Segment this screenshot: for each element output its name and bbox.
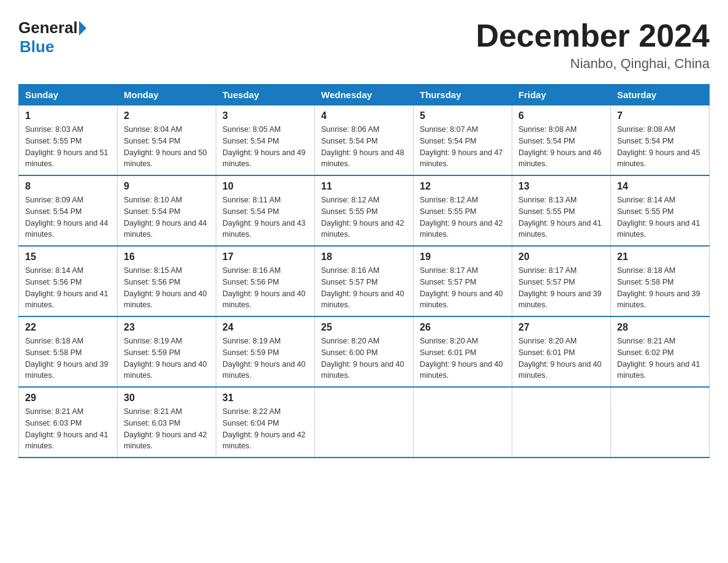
day-info: Sunrise: 8:03 AMSunset: 5:55 PMDaylight:… (25, 125, 108, 168)
day-info: Sunrise: 8:20 AMSunset: 6:01 PMDaylight:… (420, 337, 503, 380)
calendar-cell: 3 Sunrise: 8:05 AMSunset: 5:54 PMDayligh… (216, 105, 315, 176)
day-number: 10 (222, 181, 308, 192)
calendar-week-row: 29 Sunrise: 8:21 AMSunset: 6:03 PMDaylig… (19, 387, 710, 458)
calendar-header-saturday: Saturday (611, 85, 710, 105)
day-info: Sunrise: 8:17 AMSunset: 5:57 PMDaylight:… (518, 266, 602, 309)
day-number: 15 (25, 251, 111, 262)
day-number: 12 (420, 181, 506, 192)
calendar-cell: 23 Sunrise: 8:19 AMSunset: 5:59 PMDaylig… (118, 316, 216, 387)
calendar-cell: 2 Sunrise: 8:04 AMSunset: 5:54 PMDayligh… (118, 105, 216, 176)
day-info: Sunrise: 8:18 AMSunset: 5:58 PMDaylight:… (25, 337, 108, 380)
day-info: Sunrise: 8:12 AMSunset: 5:55 PMDaylight:… (321, 196, 404, 239)
day-number: 20 (518, 251, 604, 262)
calendar-cell (414, 387, 512, 458)
calendar-week-row: 22 Sunrise: 8:18 AMSunset: 5:58 PMDaylig… (19, 316, 710, 387)
day-info: Sunrise: 8:12 AMSunset: 5:55 PMDaylight:… (420, 196, 503, 239)
day-info: Sunrise: 8:19 AMSunset: 5:59 PMDaylight:… (222, 337, 306, 380)
logo-general-text: General (18, 18, 78, 37)
day-info: Sunrise: 8:16 AMSunset: 5:56 PMDaylight:… (222, 266, 306, 309)
calendar-cell: 21 Sunrise: 8:18 AMSunset: 5:58 PMDaylig… (611, 246, 710, 316)
calendar-cell (512, 387, 611, 458)
day-number: 4 (321, 110, 407, 121)
day-number: 2 (124, 110, 210, 121)
calendar-cell: 17 Sunrise: 8:16 AMSunset: 5:56 PMDaylig… (216, 246, 315, 316)
calendar-cell: 22 Sunrise: 8:18 AMSunset: 5:58 PMDaylig… (19, 316, 118, 387)
calendar-cell: 6 Sunrise: 8:08 AMSunset: 5:54 PMDayligh… (512, 105, 611, 176)
day-number: 7 (617, 110, 703, 121)
day-number: 22 (25, 322, 111, 333)
day-number: 11 (321, 181, 407, 192)
calendar-cell: 26 Sunrise: 8:20 AMSunset: 6:01 PMDaylig… (414, 316, 512, 387)
day-info: Sunrise: 8:14 AMSunset: 5:55 PMDaylight:… (617, 196, 700, 239)
calendar-cell: 31 Sunrise: 8:22 AMSunset: 6:04 PMDaylig… (216, 387, 315, 458)
calendar-cell: 10 Sunrise: 8:11 AMSunset: 5:54 PMDaylig… (216, 175, 315, 246)
calendar-header-friday: Friday (512, 85, 611, 105)
calendar-subtitle: Nianbo, Qinghai, China (476, 56, 710, 72)
day-info: Sunrise: 8:22 AMSunset: 6:04 PMDaylight:… (222, 407, 306, 450)
calendar-cell: 12 Sunrise: 8:12 AMSunset: 5:55 PMDaylig… (414, 175, 512, 246)
day-info: Sunrise: 8:19 AMSunset: 5:59 PMDaylight:… (124, 337, 207, 380)
day-number: 31 (222, 393, 308, 404)
day-number: 14 (617, 181, 703, 192)
calendar-header-sunday: Sunday (19, 85, 118, 105)
day-number: 6 (518, 110, 604, 121)
day-info: Sunrise: 8:13 AMSunset: 5:55 PMDaylight:… (518, 196, 602, 239)
calendar-table: SundayMondayTuesdayWednesdayThursdayFrid… (18, 84, 710, 458)
day-number: 13 (518, 181, 604, 192)
calendar-cell: 15 Sunrise: 8:14 AMSunset: 5:56 PMDaylig… (19, 246, 118, 316)
calendar-cell: 20 Sunrise: 8:17 AMSunset: 5:57 PMDaylig… (512, 246, 611, 316)
calendar-header-monday: Monday (118, 85, 216, 105)
calendar-cell: 5 Sunrise: 8:07 AMSunset: 5:54 PMDayligh… (414, 105, 512, 176)
logo-blue-text: Blue (20, 37, 54, 56)
page-header: General Blue December 2024 Nianbo, Qingh… (18, 18, 710, 72)
day-info: Sunrise: 8:17 AMSunset: 5:57 PMDaylight:… (420, 266, 503, 309)
calendar-week-row: 1 Sunrise: 8:03 AMSunset: 5:55 PMDayligh… (19, 105, 710, 176)
day-number: 28 (617, 322, 703, 333)
calendar-cell (611, 387, 710, 458)
calendar-week-row: 15 Sunrise: 8:14 AMSunset: 5:56 PMDaylig… (19, 246, 710, 316)
calendar-cell: 11 Sunrise: 8:12 AMSunset: 5:55 PMDaylig… (315, 175, 414, 246)
day-info: Sunrise: 8:10 AMSunset: 5:54 PMDaylight:… (124, 196, 207, 239)
calendar-header-wednesday: Wednesday (315, 85, 414, 105)
day-info: Sunrise: 8:08 AMSunset: 5:54 PMDaylight:… (518, 125, 602, 168)
calendar-cell: 27 Sunrise: 8:20 AMSunset: 6:01 PMDaylig… (512, 316, 611, 387)
calendar-cell: 18 Sunrise: 8:16 AMSunset: 5:57 PMDaylig… (315, 246, 414, 316)
day-info: Sunrise: 8:06 AMSunset: 5:54 PMDaylight:… (321, 125, 404, 168)
day-number: 18 (321, 251, 407, 262)
day-number: 1 (25, 110, 111, 121)
calendar-cell: 13 Sunrise: 8:13 AMSunset: 5:55 PMDaylig… (512, 175, 611, 246)
logo: General Blue (18, 18, 86, 56)
day-info: Sunrise: 8:21 AMSunset: 6:03 PMDaylight:… (124, 407, 207, 450)
logo-triangle-icon (79, 21, 86, 36)
calendar-header-row: SundayMondayTuesdayWednesdayThursdayFrid… (19, 85, 710, 105)
calendar-cell: 7 Sunrise: 8:08 AMSunset: 5:54 PMDayligh… (611, 105, 710, 176)
day-number: 8 (25, 181, 111, 192)
day-number: 30 (124, 393, 210, 404)
title-area: December 2024 Nianbo, Qinghai, China (476, 18, 710, 72)
day-number: 27 (518, 322, 604, 333)
day-info: Sunrise: 8:07 AMSunset: 5:54 PMDaylight:… (420, 125, 503, 168)
day-info: Sunrise: 8:20 AMSunset: 6:01 PMDaylight:… (518, 337, 602, 380)
calendar-cell: 24 Sunrise: 8:19 AMSunset: 5:59 PMDaylig… (216, 316, 315, 387)
calendar-week-row: 8 Sunrise: 8:09 AMSunset: 5:54 PMDayligh… (19, 175, 710, 246)
calendar-header-thursday: Thursday (414, 85, 512, 105)
calendar-header-tuesday: Tuesday (216, 85, 315, 105)
calendar-cell: 25 Sunrise: 8:20 AMSunset: 6:00 PMDaylig… (315, 316, 414, 387)
day-number: 24 (222, 322, 308, 333)
day-info: Sunrise: 8:20 AMSunset: 6:00 PMDaylight:… (321, 337, 404, 380)
calendar-cell: 4 Sunrise: 8:06 AMSunset: 5:54 PMDayligh… (315, 105, 414, 176)
calendar-cell: 9 Sunrise: 8:10 AMSunset: 5:54 PMDayligh… (118, 175, 216, 246)
day-info: Sunrise: 8:11 AMSunset: 5:54 PMDaylight:… (222, 196, 306, 239)
calendar-cell: 29 Sunrise: 8:21 AMSunset: 6:03 PMDaylig… (19, 387, 118, 458)
calendar-cell: 16 Sunrise: 8:15 AMSunset: 5:56 PMDaylig… (118, 246, 216, 316)
day-number: 17 (222, 251, 308, 262)
day-info: Sunrise: 8:21 AMSunset: 6:03 PMDaylight:… (25, 407, 108, 450)
day-number: 5 (420, 110, 506, 121)
day-number: 3 (222, 110, 308, 121)
calendar-cell: 14 Sunrise: 8:14 AMSunset: 5:55 PMDaylig… (611, 175, 710, 246)
day-info: Sunrise: 8:16 AMSunset: 5:57 PMDaylight:… (321, 266, 404, 309)
day-number: 16 (124, 251, 210, 262)
day-info: Sunrise: 8:08 AMSunset: 5:54 PMDaylight:… (617, 125, 700, 168)
day-number: 9 (124, 181, 210, 192)
day-info: Sunrise: 8:21 AMSunset: 6:02 PMDaylight:… (617, 337, 700, 380)
